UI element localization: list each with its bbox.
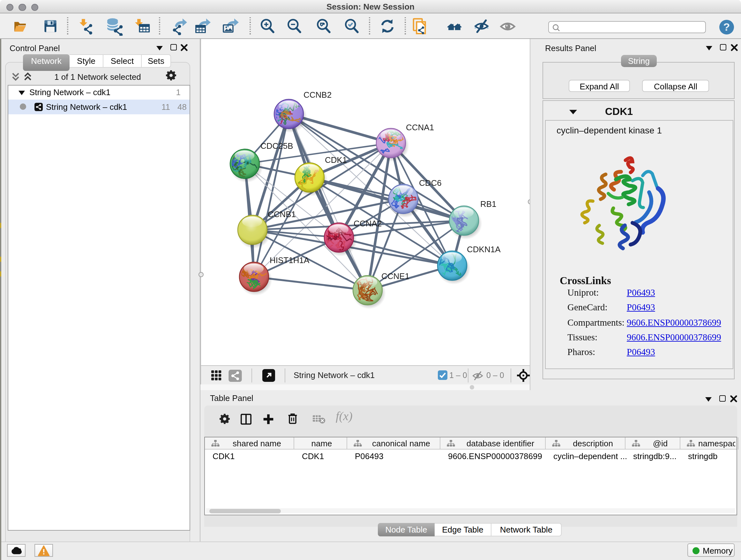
svg-text:CDC6: CDC6 bbox=[419, 178, 442, 188]
svg-text:CCNE1: CCNE1 bbox=[381, 271, 409, 281]
svg-text:CCNA2: CCNA2 bbox=[354, 219, 382, 228]
svg-text:HIST1H1A: HIST1H1A bbox=[270, 255, 310, 265]
svg-text:CCNB2: CCNB2 bbox=[304, 90, 332, 100]
svg-text:CDK1: CDK1 bbox=[325, 155, 347, 165]
svg-text:CCNB1: CCNB1 bbox=[268, 209, 296, 219]
svg-text:CDKN1A: CDKN1A bbox=[467, 245, 501, 254]
svg-text:CCNA1: CCNA1 bbox=[406, 123, 434, 132]
svg-text:RB1: RB1 bbox=[480, 199, 496, 209]
svg-text:CDC25B: CDC25B bbox=[260, 141, 293, 151]
